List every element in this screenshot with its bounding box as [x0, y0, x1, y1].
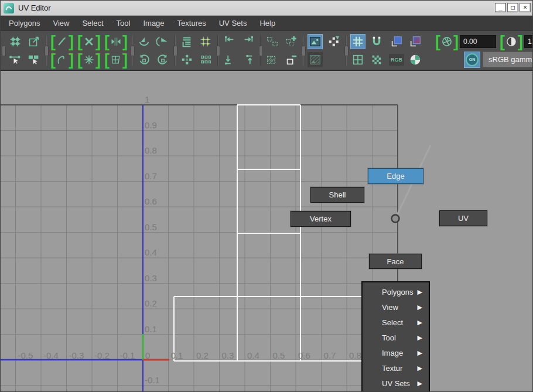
toolbar-group-copy	[262, 33, 301, 69]
x-tick-label: -0.3	[69, 350, 84, 360]
close-button[interactable]: ×	[520, 3, 531, 12]
color-management-toggle[interactable]: ON	[464, 52, 480, 68]
submenu-arrow-icon: ▶	[418, 380, 422, 387]
align-left-icon[interactable]	[222, 34, 237, 49]
y-tick-label: 0.8	[145, 145, 157, 155]
menu-textures[interactable]: Textures	[171, 16, 213, 31]
add-uvs-icon[interactable]	[283, 34, 299, 49]
align-right-icon[interactable]	[241, 34, 256, 49]
x-tick-label: 0.6	[298, 350, 310, 360]
contrast-toggle[interactable]: [ ]	[500, 35, 523, 49]
front-faces-icon[interactable]	[389, 34, 404, 49]
exposure-toggle[interactable]: [ ]	[435, 35, 459, 49]
checker-map-icon[interactable]	[369, 52, 384, 67]
uv-lattice-icon[interactable]	[8, 34, 23, 49]
toolbar-group-display	[348, 33, 387, 69]
context-menu-label: Tool	[363, 333, 396, 342]
rgb-channels-button[interactable]: RGB	[389, 54, 404, 66]
flip-v-icon[interactable]	[155, 34, 170, 49]
distribute-uvs-icon[interactable]	[179, 52, 194, 67]
x-tick-label: 0	[145, 350, 150, 360]
title-bar[interactable]: UV Editor _ □ ×	[1, 1, 532, 16]
select-edge-loop-icon[interactable]	[8, 52, 23, 67]
x-tick-label: 0.2	[196, 350, 209, 360]
y-tick-label: 0.9	[145, 120, 157, 130]
magnet-snap-icon[interactable]	[369, 34, 384, 49]
shaded-faces-icon[interactable]	[408, 34, 423, 49]
split-edges-icon	[110, 35, 122, 49]
uv-grid	[1, 71, 533, 392]
warp-tool-button[interactable]: [ ]	[104, 53, 128, 67]
grid-display-button[interactable]	[350, 34, 365, 49]
view-transform-value: sRGB gamma	[483, 55, 532, 64]
contrast-input[interactable]	[524, 35, 532, 48]
y-tick-label: 0.7	[145, 171, 157, 181]
marking-menu-shell[interactable]: Shell	[310, 187, 364, 203]
context-menu-item-uv-sets[interactable]: UV Sets▶	[363, 376, 429, 391]
view-transform-dropdown[interactable]: sRGB gamma ▼	[483, 52, 532, 67]
x-tick-label: -0.4	[43, 350, 59, 360]
y-tick-label: -0.1	[145, 375, 160, 385]
on-indicator: ON	[466, 53, 479, 66]
layout-uvs-icon[interactable]	[179, 34, 194, 49]
toolbar-group-fliprotate	[134, 33, 173, 69]
menu-select[interactable]: Select	[76, 16, 110, 31]
context-menu-label: Select	[363, 318, 403, 327]
menu-image[interactable]: Image	[136, 16, 170, 31]
x-tick-label: 0.5	[273, 350, 285, 360]
flip-u-icon[interactable]	[136, 34, 152, 49]
rotate-ccw-icon[interactable]	[136, 52, 152, 67]
context-menu-item-select[interactable]: Select▶	[363, 315, 429, 330]
maya-app-icon	[4, 3, 14, 13]
align-bottom-icon[interactable]	[222, 52, 237, 67]
sew-tool-button[interactable]: [ ]	[104, 35, 128, 49]
context-menu-item-textures[interactable]: Textur▶	[363, 360, 429, 376]
grab-tool-button[interactable]: [ ]	[50, 53, 74, 67]
toolbar-separator	[130, 35, 134, 66]
snap-to-grid-icon[interactable]	[198, 34, 213, 49]
context-menu-item-tool[interactable]: Tool▶	[363, 330, 429, 345]
pixel-grid-icon[interactable]	[350, 52, 365, 67]
uv-canvas[interactable]: -0.5-0.4-0.3-0.2-0.100.10.20.30.40.50.60…	[1, 71, 533, 392]
menu-polygons[interactable]: Polygons	[2, 16, 46, 31]
alpha-channel-icon[interactable]	[408, 52, 423, 67]
unfold-snowflake-icon	[83, 53, 95, 67]
copy-uvs-icon[interactable]	[265, 34, 280, 49]
toolbar-separator	[216, 35, 220, 66]
marking-menu-edge[interactable]: Edge	[368, 168, 423, 184]
marking-menu-face[interactable]: Face	[369, 254, 422, 269]
menu-view[interactable]: View	[46, 16, 76, 31]
menu-help[interactable]: Help	[253, 16, 282, 31]
x-tick-label: -0.2	[94, 350, 110, 360]
context-menu-item-image[interactable]: Image▶	[363, 345, 429, 360]
marking-menu-uv[interactable]: UV	[439, 210, 487, 226]
uv-distortion-icon[interactable]	[326, 34, 341, 49]
marking-menu-vertex[interactable]: Vertex	[291, 211, 351, 227]
y-tick-label: 1	[145, 94, 149, 104]
paste-uvs-icon[interactable]	[265, 52, 280, 67]
gesture-center-dot	[392, 215, 399, 223]
unfold-tool-button[interactable]: [ ]	[77, 53, 101, 67]
select-shell-icon[interactable]	[26, 52, 42, 67]
exposure-input[interactable]	[460, 35, 496, 48]
dim-image-icon[interactable]	[308, 52, 323, 67]
context-menu-item-view[interactable]: View▶	[363, 299, 429, 315]
cut-tool-button[interactable]: [ ]	[50, 35, 74, 49]
delete-tool-button[interactable]: [ ]	[77, 35, 101, 49]
match-grid-icon[interactable]	[198, 52, 213, 67]
x-tick-label: 0.1	[171, 350, 183, 360]
maximize-button[interactable]: □	[507, 3, 518, 12]
menu-tool[interactable]: Tool	[110, 16, 137, 31]
toolbar-separator	[173, 35, 177, 66]
remove-uvs-icon[interactable]	[283, 52, 299, 67]
rotate-cw-icon[interactable]	[155, 52, 170, 67]
align-top-icon[interactable]	[241, 52, 256, 67]
context-menu-item-polygons[interactable]: Polygons▶	[363, 284, 429, 299]
minimize-button[interactable]: _	[495, 3, 506, 12]
display-image-button[interactable]	[308, 34, 323, 49]
lattice-transform-icon[interactable]	[26, 34, 42, 49]
menu-uv-sets[interactable]: UV Sets	[213, 16, 254, 31]
submenu-arrow-icon: ▶	[418, 319, 422, 326]
toolbar-separator	[301, 35, 305, 66]
context-menu-label: Textur	[363, 364, 402, 373]
